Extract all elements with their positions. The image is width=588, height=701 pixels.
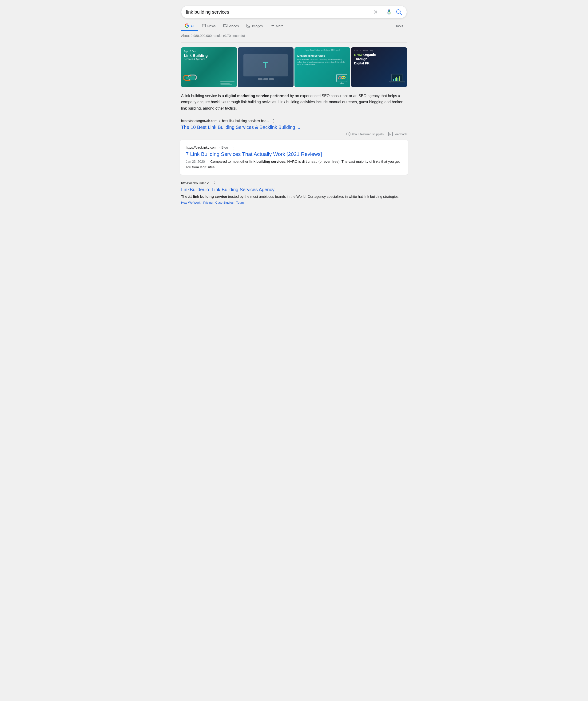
result2-more-button[interactable]: ⋮ <box>212 180 217 186</box>
result1-snippet-pre: Compared to most other <box>210 160 249 164</box>
source-domain: https://seoforgrowth.com <box>181 119 217 123</box>
result1-title-link[interactable]: 7 Link Building Services That Actually W… <box>186 151 402 157</box>
sitelink-sep-2: · <box>214 201 214 204</box>
result2-snippet: The #1 link building service trusted by … <box>181 194 407 199</box>
tab-more[interactable]: More <box>266 21 287 31</box>
clear-search-button[interactable] <box>373 9 378 15</box>
chain-icon <box>183 73 202 83</box>
search-submit-button[interactable] <box>396 9 402 15</box>
tab-videos-label: Videos <box>229 24 239 28</box>
img3-nav: Home Case Studies Link Building SEO Abou… <box>295 49 350 51</box>
result1-more-button[interactable]: ⋮ <box>231 145 235 150</box>
tab-all-label: All <box>191 24 194 28</box>
result2-sitelinks: How We Work · Pricing · Case Studies · T… <box>181 201 407 204</box>
result1-domain: https://backlinko.com <box>186 146 217 149</box>
feedback-icon <box>388 132 393 136</box>
svg-rect-5 <box>202 24 206 27</box>
source-link-container: https://seoforgrowth.com › best-link-bui… <box>176 114 412 130</box>
about-snippets-button[interactable]: ? About featured snippets <box>346 132 384 136</box>
more-dots-icon <box>270 23 274 28</box>
svg-point-12 <box>272 25 273 26</box>
svg-line-4 <box>400 13 401 15</box>
sitelink-sep-1: · <box>202 201 202 204</box>
video-icon <box>223 23 227 28</box>
svg-point-13 <box>273 25 274 26</box>
result1-snippet-bold: link building services <box>249 160 285 164</box>
result1-breadcrumb-text: Blog <box>221 146 228 149</box>
image-strip: Top 10 Best Link Building Services & Age… <box>176 44 412 90</box>
featured-snippet: A link building service is a digital mar… <box>176 90 412 114</box>
svg-rect-30 <box>399 76 400 81</box>
dot-separator: · <box>386 133 386 136</box>
result1-date: Jan 23, 2020 <box>186 160 205 164</box>
images-icon <box>246 23 250 28</box>
about-snippets-label: About featured snippets <box>351 133 384 136</box>
sitelink-sep-3: · <box>234 201 235 204</box>
search-divider <box>382 9 382 15</box>
news-icon <box>202 23 206 28</box>
tab-news-label: News <box>207 24 216 28</box>
source-more-button[interactable]: ⋮ <box>271 118 276 124</box>
image-thumb-2[interactable]: T <box>238 47 293 87</box>
search-bar-icons <box>373 9 402 15</box>
source-arrow: › <box>219 119 220 123</box>
image-thumb-4[interactable]: About Us Results Blog... Grow OrganicThr… <box>351 47 407 87</box>
result2-snippet-bold: link building service <box>193 195 227 199</box>
img4-laptop <box>389 73 405 85</box>
sitelink-team[interactable]: Team <box>236 201 244 204</box>
tab-more-label: More <box>276 24 283 28</box>
source-url: https://seoforgrowth.com › best-link-bui… <box>181 118 407 124</box>
svg-rect-17 <box>190 76 195 80</box>
sitelink-case-studies[interactable]: Case Studies <box>215 201 233 204</box>
tab-all[interactable]: All <box>181 21 198 31</box>
svg-rect-26 <box>393 79 394 81</box>
question-circle-icon: ? <box>346 132 351 136</box>
tools-button[interactable]: Tools <box>392 22 407 30</box>
search-tabs: All News Videos <box>176 18 412 31</box>
sitelink-how-we-work[interactable]: How We Work <box>181 201 201 204</box>
search-bar-container <box>176 0 412 18</box>
image-thumb-1[interactable]: Top 10 Best Link Building Services & Age… <box>181 47 237 87</box>
result2-snippet-pre: The #1 <box>181 195 193 199</box>
tab-videos[interactable]: Videos <box>219 21 243 31</box>
feedback-button[interactable]: Feedback <box>388 132 407 136</box>
feedback-label: Feedback <box>393 133 407 136</box>
tab-images-label: Images <box>252 24 263 28</box>
about-snippets-bar: ? About featured snippets · Feedback <box>176 130 412 138</box>
search-bar <box>181 6 407 18</box>
svg-rect-0 <box>388 9 390 12</box>
img1-bars <box>220 81 234 85</box>
img3-monitor <box>335 74 348 85</box>
result2-url-line: https://linkbuilder.io ⋮ <box>181 180 407 186</box>
img4-nav: About Us Results Blog... Grow OrganicThr… <box>354 50 376 66</box>
svg-point-10 <box>247 25 248 26</box>
results-divider <box>181 42 407 43</box>
result1-snippet-text: — <box>206 160 210 164</box>
img3-title: Link Building Services Build links in a … <box>297 54 347 66</box>
voice-search-button[interactable] <box>386 9 392 15</box>
results-count: About 2,980,000,000 results (0.70 second… <box>176 31 412 40</box>
search-input[interactable] <box>186 9 370 15</box>
result1-breadcrumb: › <box>218 146 220 149</box>
img1-text: Top 10 Best Link Building Services & Age… <box>184 50 208 60</box>
sitelink-pricing[interactable]: Pricing <box>203 201 213 204</box>
svg-rect-29 <box>397 78 398 81</box>
result2-snippet-post: trusted by the most ambitious brands in … <box>227 195 399 199</box>
result1-snippet: Jan 23, 2020 — Compared to most other li… <box>186 159 402 170</box>
snippet-text: A link building service is a digital mar… <box>181 93 407 111</box>
google-icon <box>185 23 189 28</box>
source-path: best-link-building-services-bac... <box>222 119 269 123</box>
svg-rect-27 <box>395 78 396 81</box>
svg-rect-28 <box>396 77 397 81</box>
img2-content: T <box>238 47 293 87</box>
result2-domain: https://linkbuilder.io <box>181 181 209 185</box>
result-card-1: https://backlinko.com › Blog ⋮ 7 Link Bu… <box>180 140 408 175</box>
image-thumb-3[interactable]: Home Case Studies Link Building SEO Abou… <box>295 47 350 87</box>
tools-label: Tools <box>395 24 403 28</box>
tab-news[interactable]: News <box>198 21 219 31</box>
result2-title-link[interactable]: LinkBuilder.io: Link Building Services A… <box>181 187 407 192</box>
svg-point-11 <box>271 25 272 26</box>
source-title-link[interactable]: The 10 Best Link Building Services & Bac… <box>181 125 407 130</box>
svg-rect-8 <box>223 24 226 27</box>
tab-images[interactable]: Images <box>242 21 266 31</box>
